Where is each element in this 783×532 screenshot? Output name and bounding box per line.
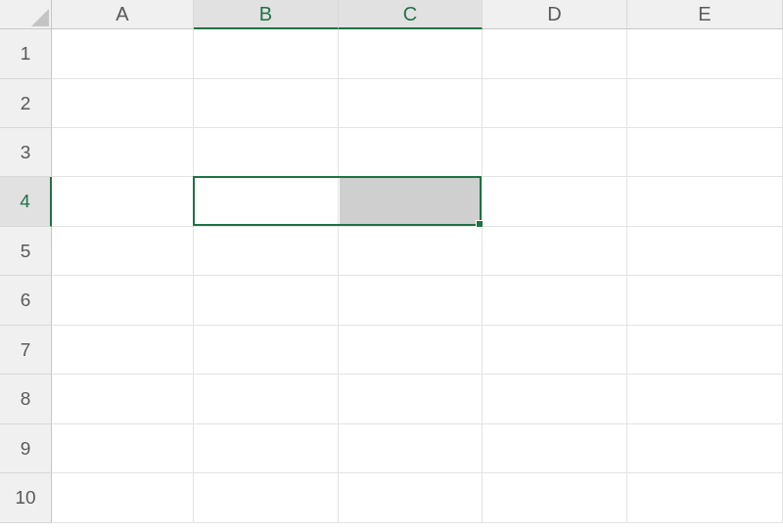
svg-marker-0: [31, 9, 49, 26]
column-header-E[interactable]: E: [627, 0, 783, 29]
cell-B3[interactable]: [194, 128, 339, 177]
cell-D10[interactable]: [483, 473, 627, 523]
column-header-D[interactable]: D: [483, 0, 627, 29]
row-header-label: 6: [21, 289, 31, 311]
row-header-7[interactable]: 7: [0, 326, 52, 375]
row-header-label: 3: [21, 142, 31, 163]
cell-C1[interactable]: [339, 29, 483, 79]
cell-D4[interactable]: [483, 177, 627, 227]
cell-E2[interactable]: [627, 79, 783, 128]
cell-A4[interactable]: [52, 177, 194, 227]
row-header-10[interactable]: 10: [0, 473, 52, 523]
cell-D6[interactable]: [483, 276, 627, 326]
column-header-B[interactable]: B: [194, 0, 339, 29]
row-header-label: 9: [21, 438, 31, 460]
row-header-5[interactable]: 5: [0, 227, 52, 276]
cell-C9[interactable]: [339, 424, 483, 473]
cell-B5[interactable]: [194, 227, 339, 276]
cell-D3[interactable]: [483, 128, 627, 177]
column-header-label: A: [115, 3, 128, 25]
column-header-label: B: [259, 3, 272, 25]
row-header-label: 7: [21, 339, 31, 361]
cell-C7[interactable]: [339, 326, 483, 375]
cell-C6[interactable]: [339, 276, 483, 326]
cell-A5[interactable]: [52, 227, 194, 276]
select-all-triangle-icon: [31, 9, 49, 26]
cell-E5[interactable]: [627, 227, 783, 276]
column-header-C[interactable]: C: [339, 0, 483, 29]
cell-A9[interactable]: [52, 424, 194, 473]
column-header-A[interactable]: A: [52, 0, 194, 29]
row-header-label: 10: [15, 487, 35, 509]
cell-C5[interactable]: [339, 227, 483, 276]
row-header-8[interactable]: 8: [0, 375, 52, 424]
row-header-label: 5: [21, 241, 31, 262]
cell-C10[interactable]: [339, 473, 483, 523]
cell-B8[interactable]: [194, 375, 339, 424]
row-header-3[interactable]: 3: [0, 128, 52, 177]
row-header-6[interactable]: 6: [0, 276, 52, 326]
cell-A10[interactable]: [52, 473, 194, 523]
cell-B10[interactable]: [194, 473, 339, 523]
cell-B2[interactable]: [194, 79, 339, 128]
cell-C8[interactable]: [339, 375, 483, 424]
select-all-corner[interactable]: [0, 0, 52, 29]
cell-E7[interactable]: [627, 326, 783, 375]
cell-E10[interactable]: [627, 473, 783, 523]
cell-D5[interactable]: [483, 227, 627, 276]
row-header-label: 1: [21, 43, 31, 65]
cell-C3[interactable]: [339, 128, 483, 177]
cell-E4[interactable]: [627, 177, 783, 227]
cell-E3[interactable]: [627, 128, 783, 177]
row-header-9[interactable]: 9: [0, 424, 52, 473]
cell-A6[interactable]: [52, 276, 194, 326]
cell-A1[interactable]: [52, 29, 194, 79]
cell-D8[interactable]: [483, 375, 627, 424]
cell-B9[interactable]: [194, 424, 339, 473]
spreadsheet-grid[interactable]: ABCDE12345678910: [0, 0, 783, 532]
cell-B7[interactable]: [194, 326, 339, 375]
row-header-label: 2: [21, 93, 31, 114]
row-header-label: 8: [21, 388, 31, 410]
cell-E6[interactable]: [627, 276, 783, 326]
cell-B1[interactable]: [194, 29, 339, 79]
cell-C2[interactable]: [339, 79, 483, 128]
cell-E8[interactable]: [627, 375, 783, 424]
row-header-4[interactable]: 4: [0, 177, 52, 227]
cell-B4[interactable]: [194, 177, 339, 227]
column-header-label: D: [547, 3, 561, 25]
cell-E1[interactable]: [627, 29, 783, 79]
row-header-label: 4: [20, 191, 30, 212]
cell-D7[interactable]: [483, 326, 627, 375]
cell-A3[interactable]: [52, 128, 194, 177]
row-header-2[interactable]: 2: [0, 79, 52, 128]
cell-D1[interactable]: [483, 29, 627, 79]
cell-A2[interactable]: [52, 79, 194, 128]
column-header-label: C: [403, 3, 417, 25]
cell-E9[interactable]: [627, 424, 783, 473]
cell-D2[interactable]: [483, 79, 627, 128]
cell-A8[interactable]: [52, 375, 194, 424]
cell-C4[interactable]: [339, 177, 483, 227]
column-header-label: E: [698, 3, 711, 25]
cell-A7[interactable]: [52, 326, 194, 375]
cell-B6[interactable]: [194, 276, 339, 326]
row-header-1[interactable]: 1: [0, 29, 52, 79]
cell-D9[interactable]: [483, 424, 627, 473]
